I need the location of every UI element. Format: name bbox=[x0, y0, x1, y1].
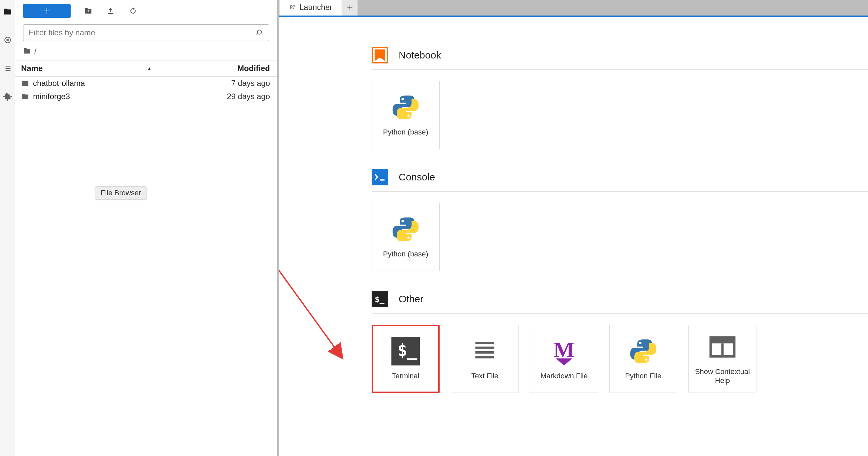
sort-asc-icon: ▲ bbox=[147, 66, 152, 71]
file-list-header: Name ▲ Modified bbox=[15, 60, 277, 77]
section-title: Other bbox=[399, 293, 424, 305]
section-header: Other bbox=[372, 291, 868, 314]
folder-icon bbox=[21, 79, 29, 87]
markdown-icon bbox=[550, 337, 578, 366]
breadcrumb-path: / bbox=[34, 46, 37, 56]
filter-input[interactable] bbox=[29, 28, 256, 37]
section-header: Console bbox=[372, 169, 868, 192]
tabbar: Launcher bbox=[279, 0, 868, 17]
launcher-card[interactable]: Markdown File bbox=[530, 325, 598, 393]
annotation-arrow bbox=[279, 258, 355, 377]
python-icon bbox=[392, 93, 420, 122]
plus-icon bbox=[43, 7, 51, 15]
card-label: Text File bbox=[468, 371, 502, 381]
section-title: Notebook bbox=[399, 50, 441, 61]
card-label: Show Contextual Help bbox=[689, 367, 756, 385]
section-title: Console bbox=[399, 171, 435, 183]
folder-icon bbox=[21, 92, 29, 101]
file-browser-panel: / Name ▲ Modified chatbot-ollama7 days a… bbox=[15, 0, 279, 456]
activity-extensions[interactable] bbox=[3, 92, 12, 102]
launcher-card[interactable]: Python File bbox=[609, 325, 677, 393]
card-row: Python (base) bbox=[372, 81, 868, 149]
search-icon bbox=[256, 29, 264, 36]
section-icon bbox=[372, 47, 388, 63]
card-label: Markdown File bbox=[537, 371, 591, 381]
new-folder-button[interactable] bbox=[83, 6, 93, 16]
activity-toc[interactable] bbox=[3, 63, 12, 73]
textfile-icon bbox=[471, 337, 499, 366]
card-row: TerminalText FileMarkdown FilePython Fil… bbox=[372, 325, 868, 393]
col-name-header[interactable]: Name ▲ bbox=[15, 60, 173, 76]
section-icon bbox=[372, 291, 388, 307]
card-label: Python File bbox=[622, 371, 665, 381]
file-browser-tooltip: File Browser bbox=[95, 187, 147, 200]
plus-icon bbox=[346, 4, 353, 10]
main-area: Launcher NotebookPython (base)ConsolePyt… bbox=[279, 0, 868, 456]
python-icon bbox=[629, 337, 657, 366]
launcher-card[interactable]: Text File bbox=[451, 325, 519, 393]
col-modified-header[interactable]: Modified bbox=[173, 60, 277, 76]
file-row[interactable]: miniforge329 days ago bbox=[15, 90, 277, 103]
launcher-section: NotebookPython (base) bbox=[372, 47, 868, 149]
terminal-icon bbox=[392, 337, 420, 366]
file-name: chatbot-ollama bbox=[33, 79, 85, 88]
filter-input-wrap bbox=[23, 24, 269, 41]
file-modified: 7 days ago bbox=[167, 79, 271, 88]
file-name: miniforge3 bbox=[33, 92, 70, 101]
section-icon bbox=[372, 169, 388, 186]
launcher-card[interactable]: Python (base) bbox=[372, 81, 440, 149]
tab-launcher[interactable]: Launcher bbox=[279, 0, 342, 16]
card-label: Terminal bbox=[389, 371, 423, 381]
launcher-section: OtherTerminalText FileMarkdown FilePytho… bbox=[372, 291, 868, 393]
file-list: chatbot-ollama7 days agominiforge329 day… bbox=[15, 77, 277, 456]
new-launcher-button[interactable] bbox=[23, 4, 71, 18]
activity-running[interactable] bbox=[3, 35, 12, 45]
launcher-section: ConsolePython (base) bbox=[372, 169, 868, 271]
svg-line-9 bbox=[279, 262, 342, 358]
breadcrumb[interactable]: / bbox=[15, 45, 277, 60]
upload-icon bbox=[106, 7, 115, 15]
card-row: Python (base) bbox=[372, 203, 868, 271]
launcher-card[interactable]: Show Contextual Help bbox=[688, 325, 756, 393]
tab-add-button[interactable] bbox=[342, 0, 358, 16]
activity-bar bbox=[0, 0, 15, 456]
launcher-card[interactable]: Terminal bbox=[372, 325, 440, 393]
section-header: Notebook bbox=[372, 47, 868, 70]
folder-plus-icon bbox=[84, 7, 92, 15]
file-browser-toolbar bbox=[15, 0, 277, 22]
card-label: Python (base) bbox=[380, 250, 432, 259]
launcher-card[interactable]: Python (base) bbox=[372, 203, 440, 271]
launcher-body: NotebookPython (base)ConsolePython (base… bbox=[279, 17, 868, 456]
refresh-icon bbox=[129, 7, 137, 15]
file-row[interactable]: chatbot-ollama7 days ago bbox=[15, 77, 277, 90]
launch-icon bbox=[289, 4, 296, 10]
upload-button[interactable] bbox=[105, 6, 116, 16]
card-label: Python (base) bbox=[380, 127, 432, 137]
help-icon bbox=[708, 333, 737, 361]
folder-icon bbox=[23, 47, 31, 55]
file-modified: 29 days ago bbox=[167, 92, 271, 101]
activity-file-browser[interactable] bbox=[3, 7, 12, 17]
refresh-button[interactable] bbox=[128, 6, 138, 16]
python-icon bbox=[392, 215, 420, 244]
